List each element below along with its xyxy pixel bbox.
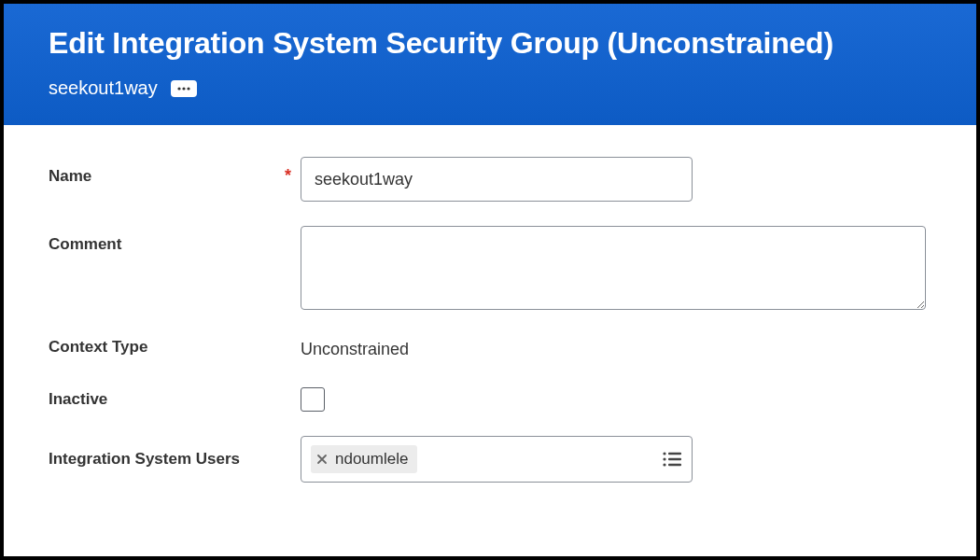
- svg-point-3: [663, 452, 665, 455]
- label-inactive: Inactive: [49, 390, 301, 409]
- svg-rect-4: [668, 453, 681, 455]
- inactive-checkbox[interactable]: [301, 387, 325, 412]
- svg-point-0: [177, 87, 180, 90]
- row-context-type: Context Type Unconstrained: [49, 338, 931, 359]
- prompt-list-button[interactable]: [662, 451, 682, 468]
- inactive-label-text: Inactive: [49, 390, 107, 409]
- field-comment: [301, 226, 931, 314]
- context-type-label-text: Context Type: [49, 338, 147, 357]
- related-actions-button[interactable]: [171, 80, 197, 97]
- row-isu: Integration System Users ndoumlele: [49, 436, 931, 483]
- label-comment: Comment: [49, 226, 301, 254]
- isu-multiselect[interactable]: ndoumlele: [301, 436, 693, 483]
- label-context-type: Context Type: [49, 338, 301, 357]
- svg-rect-8: [668, 464, 681, 466]
- edit-security-group-window: Edit Integration System Security Group (…: [4, 4, 976, 556]
- context-type-value: Unconstrained: [301, 338, 409, 359]
- field-isu: ndoumlele: [301, 436, 693, 483]
- isu-chip-text: ndoumlele: [335, 450, 408, 469]
- list-icon: [662, 451, 682, 468]
- more-dots-icon: [176, 85, 191, 92]
- field-context-type: Unconstrained: [301, 338, 409, 359]
- comment-textarea[interactable]: [301, 226, 926, 310]
- page-subtitle: seekout1way: [49, 77, 158, 99]
- comment-label-text: Comment: [49, 235, 121, 254]
- name-label-text: Name: [49, 167, 91, 186]
- svg-point-1: [182, 87, 185, 90]
- page-header: Edit Integration System Security Group (…: [4, 4, 976, 125]
- row-comment: Comment: [49, 226, 931, 314]
- isu-label-text: Integration System Users: [49, 450, 240, 469]
- close-icon: [316, 454, 328, 465]
- svg-point-5: [663, 457, 665, 460]
- page-subtitle-row: seekout1way: [49, 77, 931, 99]
- row-name: Name *: [49, 157, 931, 202]
- page-title: Edit Integration System Security Group (…: [49, 26, 931, 61]
- field-inactive: [301, 387, 325, 412]
- row-inactive: Inactive: [49, 387, 931, 412]
- svg-point-7: [663, 463, 665, 466]
- name-input[interactable]: [301, 157, 693, 202]
- isu-chip: ndoumlele: [311, 445, 417, 473]
- label-name: Name *: [49, 157, 301, 186]
- field-name: [301, 157, 693, 202]
- svg-point-2: [187, 87, 189, 90]
- label-isu: Integration System Users: [49, 450, 301, 469]
- chip-remove-button[interactable]: [316, 454, 328, 465]
- required-indicator-icon: *: [285, 166, 291, 186]
- form-body: Name * Comment Context Type Unconstraine…: [4, 125, 976, 556]
- svg-rect-6: [668, 458, 681, 460]
